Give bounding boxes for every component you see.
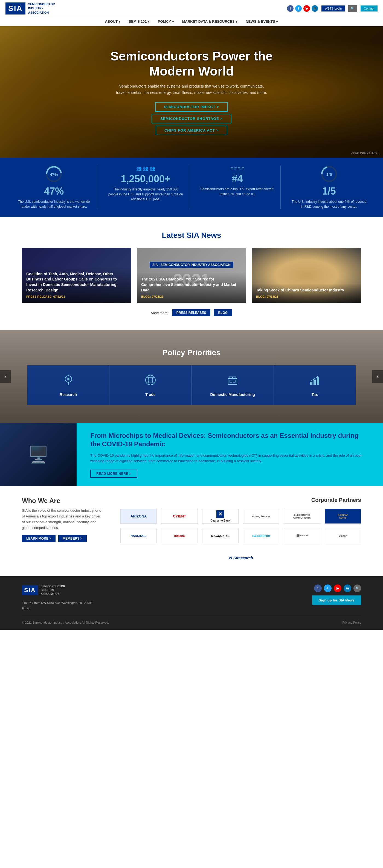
partner-cyient[interactable]: CYIENT xyxy=(161,509,197,524)
main-nav: ABOUT ▾ SEMIS 101 ▾ POLICY ▾ MARKET DATA… xyxy=(0,17,383,26)
partner-electronic[interactable]: ELECTRONIC COMPONENTS xyxy=(284,509,320,524)
news-card-1[interactable]: Coalition of Tech, Auto, Medical, Defens… xyxy=(22,248,131,303)
news-card-3[interactable]: Taking Stock of China's Semiconductor In… xyxy=(252,248,361,303)
semiconductor-impact-button[interactable]: SEMICONDUCTOR IMPACT > xyxy=(155,102,228,112)
who-title: Who We Are xyxy=(22,497,104,505)
learn-more-button[interactable]: LEARN MORE > xyxy=(22,535,56,542)
footer-right: f t ▶ in 🔍 Sign up for SIA News xyxy=(312,585,361,605)
press-releases-button[interactable]: PRESS RELEASES xyxy=(172,309,211,316)
header-right: f t ▶ in WSTS Login 🔍 Contact xyxy=(287,5,378,12)
partner-vlsi[interactable]: VLSIresearch xyxy=(120,550,361,565)
view-more-label: View more: xyxy=(151,311,169,315)
svg-marker-28 xyxy=(317,376,318,377)
policy-card-manufacturing[interactable]: Domestic Manufacturing xyxy=(192,365,274,405)
svg-point-10 xyxy=(67,378,69,380)
partner-silicon[interactable]: SiSILICON xyxy=(284,528,320,543)
policy-card-trade[interactable]: Trade xyxy=(109,365,191,405)
partner-deutsche[interactable]: ✕ Deutsche Bank xyxy=(202,509,238,524)
news-card-2[interactable]: SIA | SEMICONDUCTOR INDUSTRY ASSOCIATION… xyxy=(137,248,246,303)
svg-text:47%: 47% xyxy=(50,172,58,177)
svg-rect-26 xyxy=(314,379,316,385)
stat-employment: 👥 👥 👥 1,250,000+ The industry directly e… xyxy=(103,166,189,209)
video-credit: VIDEO CREDIT: INTEL xyxy=(351,152,379,155)
policy-section: Policy Priorities ‹ Research xyxy=(0,330,383,423)
market-share-chart: 47% xyxy=(46,166,62,182)
facebook-icon[interactable]: f xyxy=(287,5,293,12)
footer-twitter-icon[interactable]: t xyxy=(324,585,331,592)
covid-section: From Microchips to Medical Devices: Semi… xyxy=(0,423,383,486)
news-title-1: Coalition of Tech, Auto, Medical, Defens… xyxy=(26,272,127,293)
partners-title: Corporate Partners xyxy=(120,497,361,503)
svg-rect-27 xyxy=(317,377,319,385)
hero-buttons: SEMICONDUCTOR IMPACT > SEMICONDUCTOR SHO… xyxy=(96,102,287,135)
footer-linkedin-icon[interactable]: in xyxy=(344,585,351,592)
nav-market[interactable]: MARKET DATA & RESOURCES ▾ xyxy=(182,20,237,24)
rd-chart: 1/5 xyxy=(321,166,337,182)
logo-area: SIA SEMICONDUCTOR INDUSTRY ASSOCIATION xyxy=(5,2,55,15)
stat-desc-3: Semiconductors are a top U.S. export aft… xyxy=(200,187,275,196)
news-tag-2: BLOG: 07/21/21 xyxy=(141,295,242,298)
footer-top: SIA SEMICONDUCTOR INDUSTRY ASSOCIATION 1… xyxy=(22,585,361,611)
stat-number-2: 1,250,000+ xyxy=(108,173,183,185)
footer-youtube-icon[interactable]: ▶ xyxy=(334,585,342,592)
policy-card-tax[interactable]: Tax xyxy=(274,365,356,405)
policy-cards: Research Trade xyxy=(27,365,356,405)
nav-news[interactable]: NEWS & EVENTS ▾ xyxy=(246,20,278,24)
partner-indiana[interactable]: Indiana xyxy=(161,528,197,543)
youtube-icon[interactable]: ▶ xyxy=(304,5,310,12)
svg-rect-20 xyxy=(233,380,235,382)
news-tag-1: PRESS RELEASE: 07/22/21 xyxy=(26,295,127,298)
policy-next-arrow[interactable]: › xyxy=(372,370,383,383)
nav-semis[interactable]: SEMIS 101 ▾ xyxy=(129,20,149,24)
footer-copyright: © 2021 Semiconductor Industry Associatio… xyxy=(22,621,109,624)
footer-privacy-link[interactable]: Privacy Policy xyxy=(343,621,361,624)
logo-letters: SIA xyxy=(8,4,23,13)
partner-arizona[interactable]: ARIZONA xyxy=(120,509,157,524)
partners-section: Who We Are SIA is the voice of the semic… xyxy=(0,486,383,576)
nav-about[interactable]: ABOUT ▾ xyxy=(105,20,121,24)
stat-number-3: #4 xyxy=(200,173,275,184)
policy-label-manufacturing: Domestic Manufacturing xyxy=(197,393,268,397)
stat-number-4: 1/5 xyxy=(292,186,366,197)
who-desc: SIA is the voice of the semiconductor in… xyxy=(22,508,104,531)
read-more-button[interactable]: READ MORE HERE > xyxy=(90,470,137,478)
svg-rect-18 xyxy=(228,378,237,384)
footer-facebook-icon[interactable]: f xyxy=(314,585,322,592)
stat-desc-1: The U.S. semiconductor industry is the w… xyxy=(17,199,91,209)
partner-hardinge[interactable]: HARDINGE xyxy=(120,528,157,543)
covid-desc: The COVID-19 pandemic highlighted the im… xyxy=(90,453,369,464)
social-icons: f t ▶ in xyxy=(287,5,318,12)
blog-button[interactable]: BLOG xyxy=(214,309,232,316)
partner-analog[interactable]: Analog Devices xyxy=(243,509,279,524)
linkedin-icon[interactable]: in xyxy=(312,5,318,12)
members-button[interactable]: MEMBERS > xyxy=(58,535,87,542)
news-card-overlay-3: Taking Stock of China's Semiconductor In… xyxy=(252,283,361,303)
nav-policy[interactable]: POLICY ▾ xyxy=(158,20,174,24)
hero-subtext: Semiconductors enable the systems and pr… xyxy=(115,83,268,95)
wsts-login-button[interactable]: WSTS Login xyxy=(321,5,345,11)
partner-smith[interactable]: Smith+ xyxy=(325,528,361,543)
search-button[interactable]: 🔍 xyxy=(348,5,357,12)
twitter-icon[interactable]: t xyxy=(295,5,302,12)
contact-button[interactable]: Contact xyxy=(360,5,378,11)
signup-button[interactable]: Sign up for SIA News xyxy=(312,595,361,605)
partners-top: Who We Are SIA is the voice of the semic… xyxy=(22,497,361,565)
latest-news-section: Latest SIA News Coalition of Tech, Auto,… xyxy=(0,217,383,330)
partner-salesforce[interactable]: salesforce xyxy=(243,528,279,543)
news-card-overlay-1: Coalition of Tech, Auto, Medical, Defens… xyxy=(22,267,131,303)
semiconductor-shortage-button[interactable]: SEMICONDUCTOR SHORTAGE > xyxy=(152,114,231,123)
footer-logo-box: SIA xyxy=(22,585,38,595)
policy-label-trade: Trade xyxy=(115,393,186,397)
footer-social: f t ▶ in 🔍 xyxy=(314,585,361,592)
footer-search-icon[interactable]: 🔍 xyxy=(353,585,361,592)
partner-macquarie[interactable]: MACQUARIE xyxy=(202,528,238,543)
partner-goldman[interactable]: GoldmanSachs xyxy=(325,509,361,524)
research-icon xyxy=(33,374,104,389)
stat-market-share: 47% 47% The U.S. semiconductor industry … xyxy=(11,166,97,209)
footer-address: 1101 K Street NW Suite 450, Washington, … xyxy=(22,600,93,611)
covid-content: From Microchips to Medical Devices: Semi… xyxy=(76,423,383,486)
policy-card-research[interactable]: Research xyxy=(27,365,109,405)
chips-act-button[interactable]: CHIPS FOR AMERICA ACT > xyxy=(156,126,227,135)
stat-desc-2: The industry directly employs nearly 250… xyxy=(108,187,183,202)
policy-prev-arrow[interactable]: ‹ xyxy=(0,370,11,383)
